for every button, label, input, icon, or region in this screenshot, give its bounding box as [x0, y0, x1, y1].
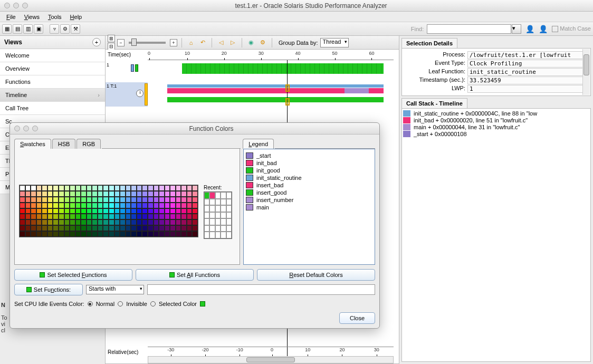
legend-chip-blue — [131, 64, 134, 72]
sidebar-item-calltree[interactable]: Call Tree — [0, 102, 105, 115]
selection-marker-top[interactable] — [285, 84, 290, 92]
legend-item[interactable]: init_good — [246, 167, 372, 174]
sidebar-item-overview[interactable]: Overview — [0, 62, 105, 75]
group-by-combo[interactable]: Thread — [320, 38, 349, 47]
callstack-row[interactable]: _start + 0x00000108 — [403, 131, 589, 137]
filter-text-input[interactable] — [147, 284, 375, 295]
dialog-title: Function Colors — [43, 125, 379, 132]
relative-axis: -30 -20 -10 0 10 20 30 — [148, 347, 394, 356]
time-axis: 0 10 20 30 40 50 60 — [148, 51, 394, 60]
legend-tab[interactable]: Legend — [243, 139, 274, 149]
step-fwd-icon[interactable]: ▷ — [228, 38, 237, 47]
toolbar-btn-1[interactable]: ▦ — [2, 24, 12, 34]
menu-tools[interactable]: Tools — [44, 13, 66, 21]
zoom-slider[interactable] — [129, 42, 166, 44]
lwp-label: LWP: — [404, 85, 467, 93]
legend-item[interactable]: insert_good — [246, 189, 372, 196]
find-label: Find: — [411, 26, 424, 32]
recent-colors[interactable] — [204, 191, 232, 239]
color-swatch-grid[interactable] — [19, 185, 198, 237]
reset-button[interactable]: Reset Default Colors — [257, 269, 375, 281]
dialog-titlebar[interactable]: Function Colors — [10, 123, 379, 135]
idle-color-row: Set CPU Idle Events Color: Normal Invisi… — [14, 301, 375, 307]
zoom-out-icon[interactable]: − — [117, 39, 125, 46]
add-view-button[interactable]: + — [92, 38, 101, 46]
bar-green-1 — [182, 63, 384, 74]
set-functions-button[interactable]: Set Functions: — [14, 284, 83, 295]
clock-icon — [136, 90, 144, 97]
step-back-icon[interactable]: ◁ — [216, 38, 226, 47]
ts-value: 33.523459 — [467, 76, 588, 84]
legend-item[interactable]: _start — [246, 152, 372, 159]
dialog-close-icon[interactable] — [14, 126, 20, 131]
idle-selected-radio[interactable] — [150, 301, 156, 306]
toolbar-btn-2[interactable]: ▤ — [13, 24, 22, 34]
legend-item[interactable]: main — [246, 204, 372, 210]
legend-item[interactable]: init_bad — [246, 160, 372, 166]
relative-axis-label: Relative(sec) — [108, 349, 138, 355]
match-case-checkbox[interactable]: Match Case — [552, 25, 591, 32]
undo-icon[interactable]: ↶ — [198, 38, 207, 47]
toolbar-btn-4[interactable]: ▣ — [34, 24, 43, 34]
idle-label: Set CPU Idle Events Color: — [14, 301, 84, 307]
zoom-in-icon[interactable]: + — [170, 39, 177, 46]
menu-file[interactable]: File — [2, 13, 20, 21]
sidebar-item-timeline[interactable]: Timeline› — [0, 89, 105, 102]
idle-invisible-radio[interactable] — [118, 301, 123, 306]
swatches-panel: Recent: — [14, 149, 240, 265]
home-icon[interactable]: ⌂ — [186, 38, 196, 47]
toolbar-btn-3[interactable]: ▥ — [23, 24, 33, 34]
legend-item[interactable]: insert_bad — [246, 182, 372, 188]
close-button[interactable]: Close — [339, 312, 375, 324]
set-all-button[interactable]: Set All Functions — [136, 269, 254, 281]
selection-details-tab[interactable]: Selection Details — [401, 38, 457, 48]
callstack-tab[interactable]: Call Stack - Timeline — [401, 98, 467, 108]
right-panel: Selection Details Process:/lowfruit/test… — [399, 36, 593, 364]
find-dropdown[interactable]: ▾ — [512, 24, 521, 34]
idle-color-swatch — [200, 301, 205, 306]
bar-purple — [345, 88, 369, 93]
set-selected-button[interactable]: Set Selected Functions — [14, 269, 132, 281]
callstack-row[interactable]: main + 0x00000044, line 31 in "lowfruit.… — [403, 124, 589, 130]
dialog-min-icon[interactable] — [23, 126, 29, 131]
swatches-tab[interactable]: Swatches — [14, 139, 51, 149]
lwp-value: 1 — [467, 85, 588, 93]
hsb-tab[interactable]: HSB — [52, 139, 76, 149]
callstack-panel: init_static_routine + 0x0000004C, line 8… — [401, 108, 591, 362]
callstack-row[interactable]: init_bad + 0x00000020, line 51 in "lowfr… — [403, 117, 589, 123]
legend-chip-green — [135, 64, 138, 72]
find-input[interactable] — [427, 24, 511, 34]
row-label-1: 1 — [107, 62, 147, 79]
filter-icon[interactable]: ▿ — [50, 24, 59, 34]
legend-item[interactable]: init_static_routine — [246, 175, 372, 181]
details-vscrollbar[interactable] — [582, 49, 590, 95]
group-by-label: Group Data by: — [279, 40, 318, 46]
window-controls[interactable] — [4, 3, 28, 8]
time-axis-label: Time(sec) — [108, 52, 131, 58]
truncated-text: N To vi cl — [1, 302, 7, 333]
idle-normal-radio[interactable] — [88, 301, 93, 306]
rgb-tab[interactable]: RGB — [76, 139, 101, 149]
selection-marker-bot[interactable] — [285, 98, 290, 106]
gear-icon[interactable]: ⚙ — [60, 24, 70, 34]
collapse-v-icon[interactable]: ⊟ — [108, 43, 115, 50]
menu-views[interactable]: Views — [20, 13, 44, 21]
timeline-row-thread: 1 T:1 — [106, 82, 399, 107]
stack-color-icon — [403, 117, 410, 123]
settings-icon[interactable]: ⚙ — [258, 38, 267, 47]
find-prev-icon: 👤 — [525, 25, 534, 33]
sidebar-item-functions[interactable]: Functions — [0, 75, 105, 89]
timeline-hscrollbar[interactable] — [148, 356, 394, 363]
filter-mode-combo[interactable]: Starts with — [86, 285, 144, 294]
zoom-window-icon[interactable] — [22, 3, 28, 8]
menu-help[interactable]: Help — [66, 13, 87, 21]
expand-v-icon[interactable]: ⊞ — [108, 35, 115, 42]
sidebar-item-welcome[interactable]: Welcome — [0, 49, 105, 62]
minimize-window-icon[interactable] — [13, 3, 19, 8]
callstack-row[interactable]: init_static_routine + 0x0000004C, line 8… — [403, 110, 589, 117]
dialog-zoom-icon[interactable] — [32, 126, 38, 131]
wrench-icon[interactable]: ⚒ — [71, 24, 80, 34]
colors-icon[interactable]: ◉ — [246, 38, 256, 47]
close-window-icon[interactable] — [4, 3, 10, 8]
legend-item[interactable]: insert_number — [246, 197, 372, 203]
